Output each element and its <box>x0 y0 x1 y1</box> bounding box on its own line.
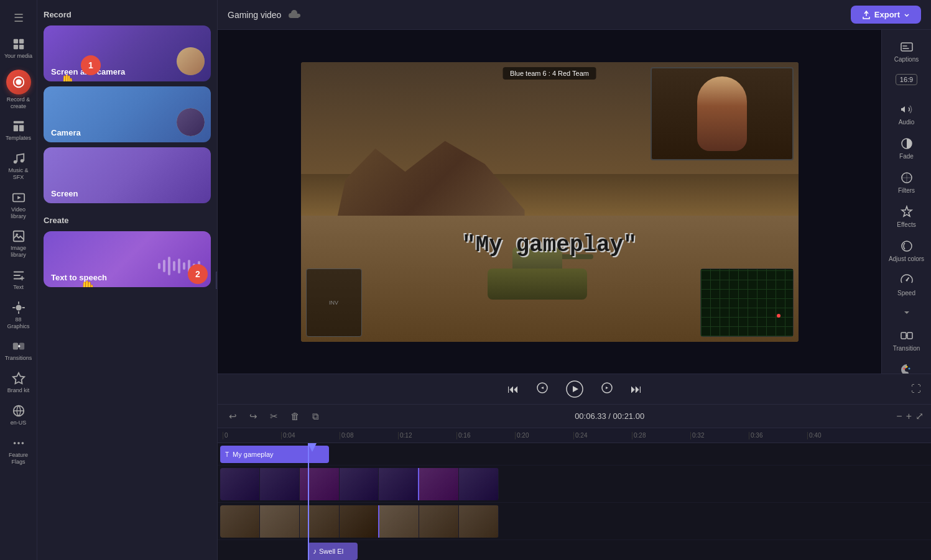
sidebar-item-video-library[interactable]: Video library <box>2 187 35 224</box>
right-panel-adjust-colors[interactable]: Adjust colors <box>884 234 929 267</box>
svg-rect-3 <box>19 45 23 49</box>
svg-point-40 <box>906 366 907 368</box>
timeline-time-display: 00:06.33 / 00:21.00 <box>328 411 891 421</box>
sidebar-label-templates: Templates <box>6 135 31 142</box>
sidebar-label-music-sfx: Music & SFX <box>4 167 33 181</box>
hud-score: Blue team 6 : 4 Red Team <box>503 67 596 80</box>
sidebar-item-transitions[interactable]: Transitions <box>2 336 35 365</box>
music-icon <box>12 152 25 165</box>
rewind-button[interactable] <box>534 379 551 400</box>
export-label: Export <box>874 10 900 19</box>
right-panel-color[interactable]: Color <box>884 358 929 374</box>
sidebar-item-record-create[interactable]: Record &create <box>2 66 35 114</box>
more-icon <box>12 436 25 450</box>
svg-rect-23 <box>163 260 165 272</box>
sidebar-item-music-sfx[interactable]: Music & SFX <box>2 148 35 185</box>
card-bg-screen-camera: Screen and camera <box>44 25 211 81</box>
transition-icon <box>900 329 914 342</box>
export-button[interactable]: Export <box>851 6 921 24</box>
desert-thumb-1 <box>220 505 260 538</box>
create-card-text-to-speech[interactable]: Text to speech 🤚 2 <box>44 231 211 287</box>
skip-to-end-button[interactable]: ⏭ <box>628 380 644 398</box>
video-track-2 <box>218 503 931 540</box>
sidebar-item-your-media[interactable]: Your media <box>2 34 35 63</box>
sidebar-item-graphics[interactable]: 88 Graphics <box>2 297 35 334</box>
delete-button[interactable]: 🗑 <box>287 408 303 424</box>
desert-thumb-4 <box>340 505 380 538</box>
sidebar-item-brand-kit[interactable]: Brand kit <box>2 368 35 398</box>
cut-button[interactable]: ✂ <box>266 408 282 425</box>
fullscreen-button[interactable]: ⛶ <box>911 383 921 395</box>
sidebar-label-video-library: Video library <box>4 206 33 220</box>
sidebar-item-feature-flags[interactable]: Feature Flags <box>2 433 35 469</box>
right-panel-captions[interactable]: Captions <box>884 35 929 68</box>
svg-marker-12 <box>17 196 21 200</box>
record-card-screen[interactable]: Screen <box>44 147 211 203</box>
video-clip-gaming[interactable] <box>220 468 499 500</box>
skip-to-start-button[interactable]: ⏮ <box>505 380 521 398</box>
card-label-camera: Camera <box>51 128 81 137</box>
brand-kit-icon <box>12 372 25 385</box>
hamburger-menu[interactable]: ☰ <box>0 5 37 31</box>
sidebar-label-image-library: Image library <box>4 245 33 259</box>
text-icon <box>12 269 25 282</box>
play-button[interactable] <box>563 378 586 400</box>
svg-point-19 <box>13 442 16 444</box>
create-section-title: Create <box>44 216 211 225</box>
video-clip-desert[interactable] <box>220 505 499 538</box>
right-panel-effects[interactable]: Effects <box>884 200 929 233</box>
card-label-screen-camera: Screen and camera <box>51 67 125 76</box>
svg-point-4 <box>16 79 21 85</box>
redo-button[interactable]: ↪ <box>246 408 261 425</box>
right-panel-aspect-ratio[interactable]: 16:9 <box>884 69 929 90</box>
right-panel-transition[interactable]: Transition <box>884 324 929 357</box>
fast-forward-button[interactable] <box>598 379 616 400</box>
sidebar-label-brand-kit: Brand kit <box>7 387 30 394</box>
minimap-grid <box>701 269 793 336</box>
right-panel-fade[interactable]: Fade <box>884 132 929 165</box>
duplicate-button[interactable]: ⧉ <box>308 408 323 425</box>
card-avatar-screen-camera <box>177 47 205 75</box>
undo-button[interactable]: ↩ <box>225 408 241 425</box>
sidebar-item-templates[interactable]: Templates <box>2 116 35 145</box>
effects-label: Effects <box>897 221 915 228</box>
sidebar-label-transitions: Transitions <box>5 355 32 362</box>
ruler-mark-4: 0:04 <box>281 432 340 439</box>
title-track-row: T My gameplay <box>218 443 931 466</box>
zoom-out-button[interactable]: − <box>896 411 902 422</box>
audio-clip-swell-label: Swell El <box>319 548 343 555</box>
svg-rect-2 <box>13 45 17 49</box>
pip-webcam <box>651 67 794 160</box>
zoom-in-button[interactable]: + <box>906 411 912 422</box>
title-clip[interactable]: T My gameplay <box>220 446 329 463</box>
svg-rect-37 <box>907 333 912 339</box>
record-card-camera[interactable]: Camera <box>44 86 211 142</box>
timeline-expand-button[interactable]: ⤢ <box>915 410 924 422</box>
timeline-zoom-controls: − + ⤢ <box>896 410 924 422</box>
svg-rect-22 <box>158 263 160 269</box>
timeline-toolbar: ↩ ↪ ✂ 🗑 ⧉ 00:06.33 / 00:21.00 − + ⤢ <box>218 405 931 428</box>
thumb-4 <box>340 468 379 500</box>
fade-icon <box>900 137 914 150</box>
image-library-icon <box>12 229 25 243</box>
menu-panel: ◀ Record Screen and camera 🤚 1 Camera Sc… <box>37 0 218 560</box>
ruler-mark-20: 0:20 <box>515 432 573 439</box>
sidebar: ☰ Your media Record &create Templates Mu… <box>0 0 37 560</box>
right-panel-expand[interactable] <box>884 303 929 323</box>
svg-rect-30 <box>198 261 200 271</box>
video-text-overlay: "My gameplay" <box>462 232 637 258</box>
sidebar-item-en-us[interactable]: en-US <box>2 400 35 430</box>
audio-icon <box>900 103 914 116</box>
record-card-screen-camera[interactable]: Screen and camera 🤚 1 <box>44 25 211 81</box>
audio-clip-swell[interactable]: ♪ Swell El <box>308 543 358 560</box>
right-panel-filters[interactable]: Filters <box>884 166 929 199</box>
right-panel-speed[interactable]: Speed <box>884 269 929 301</box>
thumb-3 <box>300 468 340 500</box>
export-chevron-icon <box>904 12 910 18</box>
sidebar-item-text[interactable]: Text <box>2 265 35 295</box>
sidebar-item-image-library[interactable]: Image library <box>2 226 35 262</box>
tank-body <box>488 269 587 300</box>
timeline-content[interactable]: 0 0:04 0:08 0:12 0:16 0:20 0:24 0:28 0:3… <box>218 428 931 560</box>
aspect-ratio-badge[interactable]: 16:9 <box>896 74 917 85</box>
right-panel-audio[interactable]: Audio <box>884 98 929 131</box>
